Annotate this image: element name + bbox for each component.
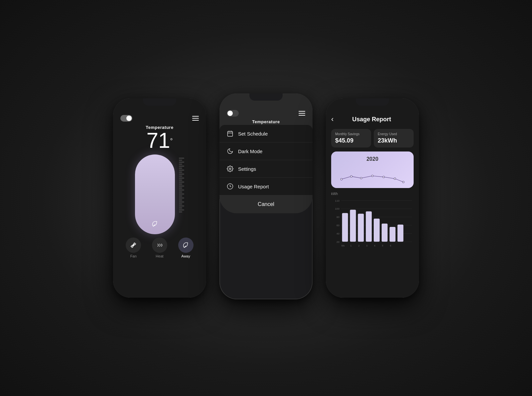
slider-scale bbox=[179, 154, 184, 212]
usage-icon bbox=[227, 183, 233, 190]
thermostat-area bbox=[135, 154, 184, 234]
report-title: Usage Report bbox=[337, 116, 406, 123]
svg-point-12 bbox=[394, 178, 396, 179]
svg-text:5: 5 bbox=[382, 245, 383, 247]
temp-display: 71° bbox=[146, 130, 173, 151]
svg-text:4: 4 bbox=[374, 245, 375, 247]
svg-point-10 bbox=[371, 175, 373, 177]
away-icon bbox=[182, 242, 190, 249]
svg-rect-1 bbox=[228, 131, 233, 136]
phone-2: Temperature 71° bbox=[219, 93, 313, 299]
screen-1: Temperature 71° bbox=[113, 98, 206, 298]
svg-point-11 bbox=[383, 176, 384, 178]
screen-2: Temperature 71° bbox=[219, 93, 313, 213]
energy-value: 23kWh bbox=[378, 137, 410, 144]
svg-point-7 bbox=[340, 178, 342, 180]
nav-heat[interactable]: Heat bbox=[152, 238, 167, 258]
menu-item-settings[interactable]: Settings bbox=[219, 160, 313, 178]
energy-used-box: Energy Used 23kWh bbox=[374, 129, 414, 148]
settings-label: Settings bbox=[238, 166, 256, 172]
svg-point-9 bbox=[360, 177, 362, 179]
thermostat-body bbox=[135, 154, 175, 234]
chart-year: 2020 bbox=[336, 156, 409, 162]
svg-point-8 bbox=[350, 175, 352, 177]
power-toggle-2[interactable] bbox=[227, 110, 239, 117]
cancel-button[interactable]: Cancel bbox=[219, 195, 313, 213]
svg-text:20: 20 bbox=[336, 241, 339, 244]
menu-item-schedule[interactable]: Set Schedule bbox=[219, 125, 313, 143]
temp-section: Temperature 71° bbox=[135, 125, 184, 234]
svg-text:40: 40 bbox=[336, 232, 339, 235]
darkmode-label: Dark Mode bbox=[238, 148, 262, 154]
nav-fan[interactable]: Fan bbox=[126, 238, 141, 258]
phones-container: Temperature 71° bbox=[113, 97, 419, 299]
fan-label: Fan bbox=[130, 254, 137, 258]
svg-rect-27 bbox=[350, 210, 356, 242]
bar-chart-svg: 110 100 80 60 40 20 bbox=[331, 197, 414, 250]
nav-away[interactable]: Away bbox=[178, 238, 194, 258]
fan-icon-circle[interactable] bbox=[126, 238, 141, 253]
svg-text:2: 2 bbox=[358, 245, 359, 247]
schedule-label: Set Schedule bbox=[238, 131, 268, 137]
svg-point-5 bbox=[229, 168, 231, 170]
svg-text:6: 6 bbox=[390, 245, 391, 247]
back-button[interactable]: ‹ bbox=[331, 115, 333, 124]
menu-item-darkmode[interactable]: Dark Mode bbox=[219, 143, 313, 160]
svg-text:3: 3 bbox=[366, 245, 367, 247]
line-chart bbox=[336, 165, 409, 188]
screen-3: ‹ Usage Report Monthly Savings $45.09 En… bbox=[326, 98, 419, 298]
svg-text:60: 60 bbox=[336, 224, 339, 227]
line-chart-card: 2020 bbox=[331, 151, 414, 188]
stats-row: Monthly Savings $45.09 Energy Used 23kWh bbox=[331, 129, 414, 148]
heat-icon-circle[interactable] bbox=[152, 238, 167, 253]
kwh-label: kWh bbox=[331, 192, 414, 196]
bottom-nav: Fan Heat bbox=[120, 234, 199, 258]
header-2 bbox=[227, 110, 305, 117]
menu-overlay: Set Schedule Dark Mode Settings bbox=[219, 125, 313, 213]
notch-3 bbox=[356, 98, 389, 106]
svg-text:100: 100 bbox=[335, 207, 340, 210]
savings-label: Monthly Savings bbox=[335, 132, 367, 136]
heat-label: Heat bbox=[156, 254, 163, 258]
phone-1: Temperature 71° bbox=[113, 98, 206, 298]
monthly-savings-box: Monthly Savings $45.09 bbox=[331, 129, 371, 148]
bar-chart-container: 110 100 80 60 40 20 bbox=[331, 197, 414, 250]
away-icon-circle[interactable] bbox=[178, 238, 194, 253]
fan-icon bbox=[130, 242, 137, 249]
settings-icon bbox=[227, 165, 233, 172]
savings-value: $45.09 bbox=[335, 137, 367, 144]
svg-point-13 bbox=[403, 181, 404, 183]
notch-2 bbox=[249, 93, 283, 101]
svg-rect-32 bbox=[390, 227, 396, 242]
menu-button[interactable] bbox=[192, 116, 199, 121]
svg-text:110: 110 bbox=[335, 199, 340, 202]
darkmode-icon bbox=[227, 148, 233, 154]
svg-text:Mo: Mo bbox=[341, 245, 345, 247]
report-header: ‹ Usage Report bbox=[331, 115, 414, 124]
svg-text:1: 1 bbox=[350, 245, 352, 247]
menu-button-2[interactable] bbox=[299, 111, 305, 116]
energy-label: Energy Used bbox=[378, 132, 410, 136]
svg-text:80: 80 bbox=[336, 216, 339, 219]
usage-label: Usage Report bbox=[238, 184, 269, 189]
menu-item-usage[interactable]: Usage Report bbox=[219, 178, 313, 195]
bar-chart-section: kWh 110 100 80 60 bbox=[331, 192, 414, 291]
svg-rect-28 bbox=[358, 214, 364, 242]
schedule-icon bbox=[227, 130, 233, 137]
leaf-icon bbox=[151, 220, 159, 228]
power-toggle[interactable] bbox=[120, 115, 132, 122]
header-1 bbox=[120, 115, 199, 122]
notch-1 bbox=[143, 98, 176, 106]
svg-rect-31 bbox=[382, 224, 388, 242]
heat-icon bbox=[156, 242, 163, 249]
svg-rect-33 bbox=[397, 225, 403, 242]
svg-rect-30 bbox=[374, 219, 380, 242]
svg-rect-26 bbox=[342, 213, 348, 242]
away-label: Away bbox=[181, 254, 190, 258]
phone-3: ‹ Usage Report Monthly Savings $45.09 En… bbox=[326, 98, 419, 298]
svg-rect-29 bbox=[366, 211, 372, 242]
